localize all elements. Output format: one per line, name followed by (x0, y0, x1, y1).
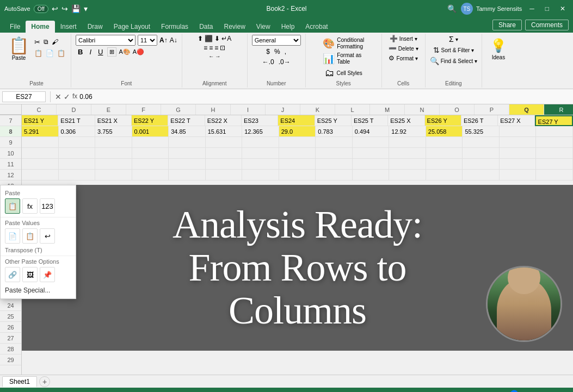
bold-button[interactable]: B (76, 47, 85, 57)
col-header-c[interactable]: C (22, 104, 57, 115)
decrease-decimal-icon[interactable]: ←.0 (261, 58, 276, 66)
paste-values-format-btn[interactable]: 📋 (22, 228, 38, 244)
merge-icon[interactable]: ⊡ (220, 44, 225, 52)
cell-r8c14[interactable] (500, 126, 537, 137)
col-header-n[interactable]: N (405, 104, 440, 115)
redo-icon[interactable]: ↪ (61, 4, 68, 13)
cell-r8c10[interactable]: 0.494 (353, 126, 390, 137)
align-left-icon[interactable]: ≡ (204, 44, 207, 52)
insert-function-icon[interactable]: fx (72, 92, 77, 101)
tab-view[interactable]: View (251, 21, 276, 33)
cell-r8c13[interactable]: 55.325 (463, 126, 500, 137)
comments-button[interactable]: Comments (525, 20, 569, 30)
col-header-q[interactable]: Q (509, 104, 544, 115)
paste-values-btn[interactable]: 📄 (5, 228, 20, 244)
col-header-e[interactable]: E (91, 104, 126, 115)
search-icon[interactable]: 🔍 (447, 4, 457, 13)
align-top-icon[interactable]: ⬆ (198, 35, 203, 42)
font-family-select[interactable]: Calibri (76, 35, 135, 46)
conditional-formatting-button[interactable]: 🎨 Conditional Formatting (323, 37, 364, 50)
cell-r8c6[interactable]: 15.631 (206, 126, 243, 137)
cell-r8c2[interactable]: 0.306 (59, 126, 96, 137)
indent-increase-icon[interactable]: → (215, 53, 220, 59)
align-center-icon[interactable]: ≡ (209, 44, 213, 52)
zoom-slider[interactable] (502, 390, 545, 392)
col-header-k[interactable]: K (300, 104, 335, 115)
indent-decrease-icon[interactable]: ← (208, 53, 214, 59)
cell-r8c5[interactable]: 34.85 (169, 126, 206, 137)
tab-home[interactable]: Home (26, 21, 54, 33)
paste-button[interactable]: 📋 Paste (7, 35, 31, 62)
format-as-table-button[interactable]: 📊 Format as Table (323, 52, 364, 65)
cell-r7c10[interactable]: ES25 T (352, 115, 388, 126)
tab-draw[interactable]: Draw (82, 21, 108, 33)
cell-r7c14[interactable]: ES27 X (498, 115, 534, 126)
col-header-j[interactable]: J (266, 104, 300, 115)
close-button[interactable]: ✕ (557, 4, 569, 14)
clipboard-icon4[interactable]: 📋 (56, 48, 66, 58)
col-header-r[interactable]: R (544, 104, 573, 115)
cell-r7c4[interactable]: ES22 Y (132, 115, 168, 126)
paste-other-btn-1[interactable]: 🔗 (5, 267, 20, 282)
col-header-f[interactable]: F (126, 104, 161, 115)
cell-r8c11[interactable]: 12.92 (389, 126, 426, 137)
col-header-m[interactable]: M (370, 104, 405, 115)
autosum-button[interactable]: Σ▾ (449, 35, 458, 43)
col-header-g[interactable]: G (161, 104, 196, 115)
tab-acrobat[interactable]: Acrobat (300, 21, 333, 33)
percent-icon[interactable]: % (273, 47, 282, 56)
tab-formulas[interactable]: Formulas (156, 21, 194, 33)
fill-color-button[interactable]: A🎨 (119, 48, 130, 55)
paste-icon-btn-1[interactable]: 📋 (5, 198, 20, 214)
tab-page-layout[interactable]: Page Layout (108, 21, 156, 33)
confirm-formula-icon[interactable]: ✓ (64, 92, 70, 101)
col-header-i[interactable]: I (231, 104, 266, 115)
col-header-l[interactable]: L (335, 104, 370, 115)
cell-r8c12[interactable]: 25.058 (426, 126, 463, 137)
format-painter-icon[interactable]: 🖌 (51, 37, 59, 47)
undo-icon[interactable]: ↩ (52, 4, 58, 13)
format-cells-button[interactable]: ⚙Format ▾ (389, 54, 417, 62)
tab-insert[interactable]: Insert (55, 21, 82, 33)
find-select-button[interactable]: 🔍Find & Select ▾ (430, 57, 477, 65)
cell-r8c3[interactable]: 3.755 (95, 126, 132, 137)
tab-help[interactable]: Help (276, 21, 300, 33)
paste-icon-btn-2[interactable]: fx (22, 198, 38, 214)
cell-r8c4[interactable]: 0.001 (132, 126, 169, 137)
customize-icon[interactable]: ▾ (84, 4, 88, 13)
paste-other-btn-3[interactable]: 📌 (40, 267, 55, 282)
cell-r7c5[interactable]: ES22 T (168, 115, 205, 126)
col-header-o[interactable]: O (440, 104, 475, 115)
delete-cells-button[interactable]: ➖Delete ▾ (389, 45, 418, 52)
minimize-button[interactable]: ─ (526, 4, 538, 14)
currency-icon[interactable]: $ (264, 47, 272, 56)
name-box[interactable] (2, 91, 46, 102)
tab-file[interactable]: File (4, 21, 26, 33)
font-shrink-icon[interactable]: A↓ (170, 36, 177, 44)
wrap-text-icon[interactable]: ↵A (221, 35, 231, 42)
cell-r7c6[interactable]: ES22 X (205, 115, 242, 126)
clipboard-icon2[interactable]: 📋 (33, 48, 44, 58)
insert-cells-button[interactable]: ➕Insert ▾ (390, 35, 417, 42)
font-grow-icon[interactable]: A↑ (159, 36, 168, 44)
underline-button[interactable]: U (96, 47, 105, 57)
cell-styles-button[interactable]: 🗂 Cell Styles (325, 67, 362, 79)
cell-r8c1[interactable]: 5.291 (22, 126, 59, 137)
share-button[interactable]: Share (492, 20, 522, 30)
cell-r7c13[interactable]: ES26 T (461, 115, 498, 126)
cell-r8c9[interactable]: 0.783 (316, 126, 353, 137)
col-header-p[interactable]: P (475, 104, 509, 115)
cell-r7c12[interactable]: ES26 Y (425, 115, 461, 126)
increase-decimal-icon[interactable]: .0→ (277, 58, 292, 66)
autosave-toggle[interactable]: Off (34, 5, 48, 13)
cell-r8c15[interactable] (536, 126, 573, 137)
formula-input[interactable] (79, 93, 571, 101)
cell-r9c1[interactable] (22, 137, 59, 148)
align-right-icon[interactable]: ≡ (214, 44, 218, 52)
borders-button[interactable]: ⊞ (107, 47, 116, 57)
align-middle-icon[interactable]: ⬛ (205, 35, 213, 42)
add-sheet-button[interactable]: + (39, 376, 50, 387)
cell-r7c11[interactable]: ES25 X (388, 115, 424, 126)
align-bottom-icon[interactable]: ⬇ (214, 35, 220, 42)
save-icon[interactable]: 💾 (71, 4, 81, 13)
